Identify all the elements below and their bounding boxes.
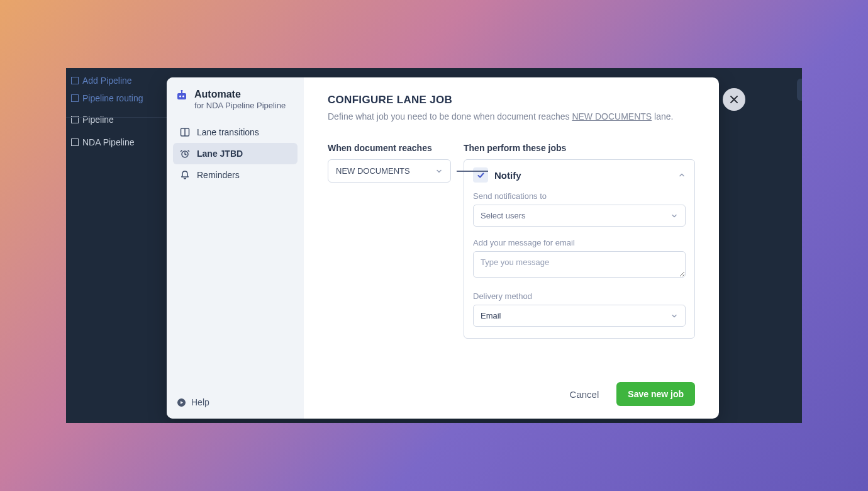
svg-rect-0: [177, 93, 186, 99]
page-subtitle: Define what job you need to be done when…: [328, 111, 695, 121]
modal-content: CONFIGURE LANE JOB Define what job you n…: [304, 77, 719, 419]
check-icon: [473, 167, 488, 183]
chevron-up-icon: [678, 171, 686, 179]
automate-subtitle: for NDA Pipeline Pipeline: [194, 101, 286, 110]
page-title: CONFIGURE LANE JOB: [328, 94, 695, 106]
bg-sidebar-item-pipeline-label: Pipeline: [82, 115, 114, 125]
message-textarea[interactable]: [473, 251, 686, 278]
automate-title: Automate: [194, 89, 286, 100]
columns-icon: [179, 127, 191, 137]
bg-sidebar-item-pipeline: Pipeline: [69, 110, 160, 130]
bg-right-buttons: 0 CL: [797, 79, 802, 101]
subtitle-lane-ref: NEW DOCUMENTS: [572, 111, 652, 121]
bg-divider: [66, 117, 167, 118]
chevron-down-icon: [435, 167, 443, 175]
when-column: When document reaches NEW DOCUMENTS: [328, 143, 451, 183]
help-link[interactable]: Help: [173, 395, 298, 410]
job-card-notify: Notify Send notifications to Select user…: [464, 159, 695, 339]
bg-pipeline-routing-label: Pipeline routing: [82, 93, 143, 103]
lane-select-value: NEW DOCUMENTS: [336, 166, 410, 176]
nav-lane-jtbd-label: Lane JTBD: [197, 149, 243, 159]
then-label: Then perform these jobs: [464, 143, 695, 153]
svg-point-1: [179, 96, 181, 98]
send-to-select[interactable]: Select users: [473, 205, 686, 227]
background-app-window: Add Pipeline Pipeline routing Pipeline N…: [66, 68, 802, 423]
background-sidebar: Add Pipeline Pipeline routing Pipeline N…: [66, 68, 160, 423]
bell-icon: [179, 170, 191, 180]
bg-chip-1: 0: [797, 79, 802, 101]
nav-reminders-label: Reminders: [197, 170, 240, 180]
modal-sidebar: Automate for NDA Pipeline Pipeline Lane …: [167, 77, 304, 419]
nav-reminders[interactable]: Reminders: [173, 164, 298, 186]
close-button[interactable]: [723, 88, 745, 111]
play-circle-icon: [177, 398, 186, 407]
plus-icon: [71, 77, 79, 84]
chevron-down-icon: [670, 212, 678, 220]
delivery-method-value: Email: [481, 311, 501, 320]
bg-pipeline-routing: Pipeline routing: [69, 89, 160, 107]
job-title: Notify: [494, 170, 521, 181]
robot-icon: [175, 90, 188, 110]
message-label: Add your message for email: [473, 238, 686, 247]
chevron-down-icon: [670, 312, 678, 320]
then-column: Then perform these jobs Notify: [464, 143, 695, 339]
bg-add-pipeline-label: Add Pipeline: [82, 76, 132, 86]
nav-lane-transitions-label: Lane transitions: [197, 127, 259, 137]
automate-header: Automate for NDA Pipeline Pipeline: [173, 89, 298, 110]
save-new-job-button[interactable]: Save new job: [616, 382, 695, 406]
bg-add-pipeline: Add Pipeline: [69, 72, 160, 89]
modal-footer: Cancel Save new job: [328, 363, 695, 406]
nav-lane-transitions[interactable]: Lane transitions: [173, 121, 298, 143]
folder-icon: [71, 138, 79, 146]
nav-lane-jtbd[interactable]: Lane JTBD: [173, 143, 298, 164]
svg-point-2: [182, 96, 184, 98]
send-to-label: Send notifications to: [473, 191, 686, 201]
when-label: When document reaches: [328, 143, 451, 153]
subtitle-prefix: Define what job you need to be done when…: [328, 111, 572, 121]
delivery-method-select[interactable]: Email: [473, 305, 686, 327]
svg-point-4: [181, 90, 183, 92]
close-icon: [730, 95, 738, 104]
bg-sidebar-item-nda-label: NDA Pipeline: [82, 137, 135, 147]
lane-select[interactable]: NEW DOCUMENTS: [328, 159, 451, 183]
connector-line: [457, 171, 488, 172]
subtitle-suffix: lane.: [652, 111, 673, 121]
help-link-label: Help: [191, 397, 209, 407]
job-header[interactable]: Notify: [473, 167, 686, 183]
cancel-button[interactable]: Cancel: [566, 384, 603, 405]
alarm-clock-icon: [179, 149, 191, 159]
delivery-label: Delivery method: [473, 291, 686, 301]
configure-lane-job-modal: Automate for NDA Pipeline Pipeline Lane …: [167, 77, 719, 419]
bg-sidebar-item-nda: NDA Pipeline: [69, 132, 160, 152]
send-to-placeholder: Select users: [481, 211, 526, 220]
routing-icon: [71, 94, 79, 102]
